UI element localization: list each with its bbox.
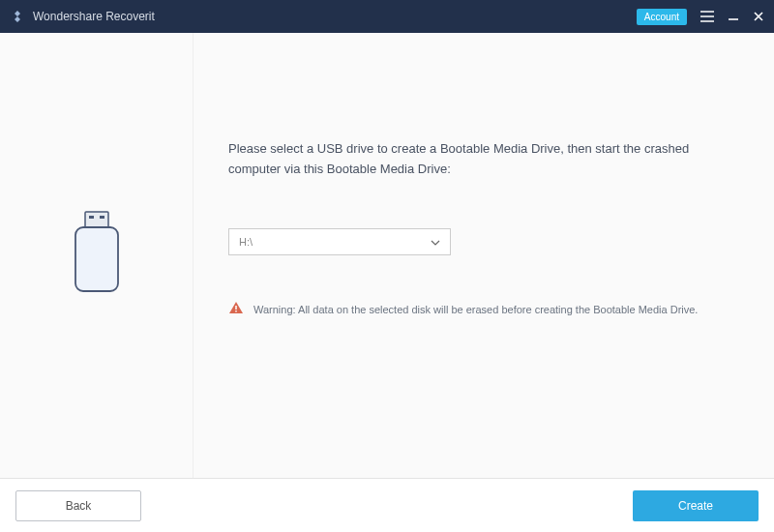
main-panel: Please select a USB drive to create a Bo… xyxy=(194,33,774,478)
app-logo-icon xyxy=(10,9,25,24)
back-button[interactable]: Back xyxy=(15,490,141,521)
app-window: Wondershare Recoverit Account xyxy=(0,0,774,532)
warning-text: Warning: All data on the selected disk w… xyxy=(253,304,698,315)
titlebar: Wondershare Recoverit Account xyxy=(0,0,774,33)
close-icon[interactable] xyxy=(753,11,764,22)
account-button[interactable]: Account xyxy=(637,9,687,25)
minimize-icon[interactable] xyxy=(728,11,739,22)
app-title: Wondershare Recoverit xyxy=(33,10,155,23)
warning-icon xyxy=(228,300,244,319)
drive-select-dropdown[interactable]: H:\ xyxy=(228,228,451,255)
svg-rect-1 xyxy=(89,216,94,219)
svg-rect-5 xyxy=(235,310,237,312)
svg-rect-3 xyxy=(75,227,118,291)
menu-icon[interactable] xyxy=(700,11,714,22)
svg-rect-0 xyxy=(85,212,108,227)
warning-row: Warning: All data on the selected disk w… xyxy=(228,300,743,319)
left-panel xyxy=(0,33,194,478)
drive-select-value: H:\ xyxy=(239,236,253,248)
footer: Back Create xyxy=(0,478,774,532)
svg-rect-4 xyxy=(235,306,237,310)
svg-rect-2 xyxy=(100,216,104,219)
create-button[interactable]: Create xyxy=(633,490,759,521)
chevron-down-icon xyxy=(431,236,440,248)
content-area: Please select a USB drive to create a Bo… xyxy=(0,33,774,478)
usb-drive-icon xyxy=(68,210,126,301)
instruction-text: Please select a USB drive to create a Bo… xyxy=(228,139,743,180)
